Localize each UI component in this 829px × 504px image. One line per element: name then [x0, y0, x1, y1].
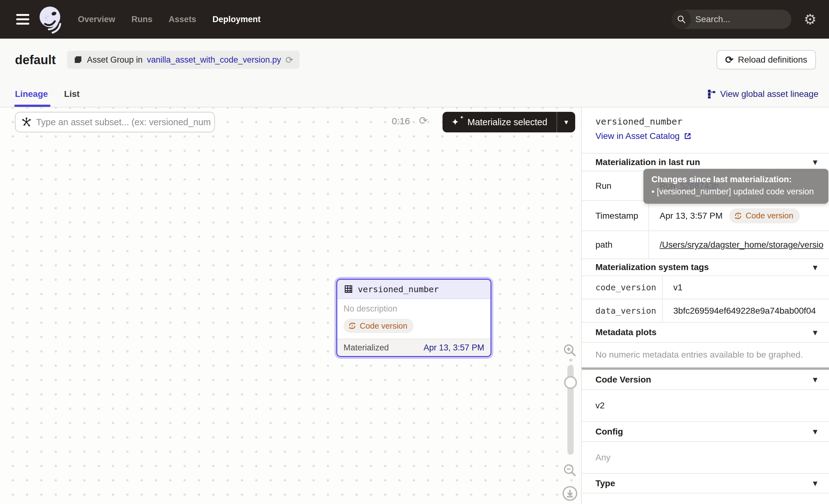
- path-row-label: path: [582, 231, 649, 258]
- nav-item-runs[interactable]: Runs: [132, 15, 153, 24]
- refresh-timer: 0:16: [392, 116, 410, 127]
- data-version-tag-row: data_version 3bfc269594ef649228e9a74bab0…: [582, 299, 829, 323]
- lineage-graph-icon: [707, 89, 716, 99]
- timestamp-row: Timestamp Apr 13, 3:57 PM ! Code version: [582, 201, 829, 231]
- section-code-version[interactable]: Code Version ▾: [582, 370, 829, 390]
- zoom-out-button[interactable]: [563, 463, 577, 477]
- panel-asset-title: versioned_number: [596, 116, 829, 127]
- op-selector-icon: [21, 117, 32, 128]
- reload-icon: ⟳: [725, 54, 734, 66]
- timestamp-code-version-tag[interactable]: ! Code version: [729, 208, 799, 223]
- code-version-sync-icon: !: [734, 212, 743, 220]
- asset-details-panel: versioned_number View in Asset Catalog M…: [581, 107, 829, 504]
- graph-refresh-icon[interactable]: ⟳: [419, 114, 428, 127]
- section-materialization-label: Materialization in last run: [596, 157, 700, 167]
- top-navigation-bar: Overview Runs Assets Deployment / ⚙: [0, 0, 829, 39]
- asset-group-chip: Asset Group in vanilla_asset_with_code_v…: [67, 51, 299, 69]
- code-version-tag[interactable]: ! Code version: [344, 319, 413, 333]
- code-version-definition-value: v2: [582, 390, 829, 422]
- config-value: Any: [582, 442, 829, 474]
- chevron-down-icon: ▾: [813, 375, 817, 384]
- section-config-label: Config: [596, 427, 623, 437]
- view-global-asset-lineage-label: View global asset lineage: [720, 89, 819, 99]
- chevron-down-icon: ▾: [813, 157, 817, 167]
- asset-node-description: No description: [344, 304, 484, 314]
- section-metadata-plots-label: Metadata plots: [596, 327, 656, 337]
- external-link-icon: [683, 132, 692, 141]
- metadata-plots-empty-note: No numeric metadata entries available to…: [582, 343, 829, 367]
- section-config[interactable]: Config ▾: [582, 422, 829, 442]
- zoom-in-button[interactable]: [563, 343, 577, 357]
- data-version-value: 3bfc269594ef649228e9a74bab00f04: [663, 299, 829, 322]
- code-version-value: v1: [663, 276, 829, 299]
- code-version-key: code_version: [582, 276, 663, 299]
- zoom-slider-top-dot: [569, 359, 572, 362]
- svg-text:!: !: [352, 324, 353, 328]
- view-global-asset-lineage-link[interactable]: View global asset lineage: [707, 89, 819, 99]
- tooltip-item: • [versioned_number] updated code versio…: [651, 186, 820, 198]
- chevron-down-icon: ▾: [813, 478, 817, 488]
- panel-title-block: versioned_number View in Asset Catalog: [582, 107, 829, 153]
- section-type-label: Type: [596, 478, 615, 489]
- materialized-status-label: Materialized: [344, 343, 389, 353]
- path-row: path /Users/sryza/dagster_home/storage/v…: [582, 231, 829, 259]
- global-search[interactable]: /: [672, 10, 791, 29]
- sparkle-icon: ✦ ✦: [452, 117, 463, 128]
- materialized-timestamp-link[interactable]: Apr 13, 3:57 PM: [424, 343, 484, 353]
- materialize-selected-label: Materialize selected: [467, 117, 547, 128]
- timestamp-row-label: Timestamp: [582, 201, 649, 230]
- tab-list[interactable]: List: [64, 81, 80, 107]
- materialize-selected-split-button: ✦ ✦ Materialize selected ▾: [442, 112, 575, 132]
- table-icon: [344, 284, 354, 294]
- code-version-tag-row: code_version v1: [582, 276, 829, 299]
- asset-graph-canvas[interactable]: 0:16 ⟳ ✦ ✦ Materialize selected ▾ versio…: [0, 107, 581, 504]
- asset-node-footer: Materialized Apr 13, 3:57 PM: [337, 338, 491, 356]
- asset-node-versioned-number[interactable]: versioned_number No description ! Cod: [336, 279, 492, 357]
- materialize-dropdown-caret[interactable]: ▾: [557, 112, 575, 132]
- section-system-tags-label: Materialization system tags: [596, 262, 709, 272]
- chip-refresh-icon[interactable]: ⟳: [285, 55, 293, 65]
- zoom-slider-handle[interactable]: [564, 376, 577, 389]
- asset-group-chip-text: Asset Group in: [87, 55, 143, 65]
- data-version-key: data_version: [582, 299, 663, 322]
- nav-right-cluster: / ⚙: [672, 10, 829, 29]
- chevron-down-icon: ▾: [813, 262, 817, 272]
- section-metadata-plots[interactable]: Metadata plots ▾: [582, 323, 829, 343]
- primary-nav-links: Overview Runs Assets Deployment: [78, 15, 261, 24]
- dagster-logo-icon[interactable]: [37, 4, 64, 34]
- section-divider: [582, 367, 829, 370]
- view-in-asset-catalog-link[interactable]: View in Asset Catalog: [596, 131, 829, 141]
- asset-subset-filter[interactable]: [15, 112, 215, 132]
- search-input[interactable]: [691, 14, 791, 24]
- page-header: default Asset Group in vanilla_asset_wit…: [0, 39, 829, 81]
- reload-definitions-button[interactable]: ⟳ Reload definitions: [717, 50, 816, 69]
- view-in-asset-catalog-label: View in Asset Catalog: [596, 131, 680, 141]
- path-value-link[interactable]: /Users/sryza/dagster_home/storage/versio: [659, 240, 823, 250]
- changes-since-materialization-tooltip: Changes since last materialization: • [v…: [643, 169, 828, 204]
- materialize-selected-button[interactable]: ✦ ✦ Materialize selected: [442, 112, 556, 132]
- code-version-tag-label: Code version: [360, 321, 407, 331]
- asset-group-file-link[interactable]: vanilla_asset_with_code_version.py: [147, 55, 281, 65]
- asset-subset-input[interactable]: [36, 117, 214, 128]
- section-system-tags[interactable]: Materialization system tags ▾: [582, 259, 829, 276]
- tab-strip: Lineage List View global asset lineage: [0, 81, 829, 107]
- section-type[interactable]: Type ▾: [582, 474, 829, 494]
- svg-text:!: !: [737, 213, 739, 218]
- hamburger-menu-icon[interactable]: [16, 14, 29, 25]
- chevron-down-icon: ▾: [813, 427, 817, 436]
- tooltip-title: Changes since last materialization:: [651, 174, 820, 186]
- reload-definitions-label: Reload definitions: [738, 55, 807, 65]
- gear-icon[interactable]: ⚙: [804, 12, 817, 27]
- asset-node-body: No description ! Code version: [337, 299, 491, 338]
- search-icon: [672, 10, 691, 29]
- asset-group-grid-icon: [73, 55, 82, 65]
- nav-item-deployment[interactable]: Deployment: [212, 15, 261, 24]
- tab-lineage[interactable]: Lineage: [15, 81, 48, 107]
- download-graph-button[interactable]: [562, 485, 578, 502]
- run-row-label: Run: [582, 171, 649, 200]
- section-code-version-label: Code Version: [596, 375, 651, 385]
- timestamp-value: Apr 13, 3:57 PM: [659, 211, 722, 221]
- chevron-down-icon: ▾: [813, 328, 817, 337]
- nav-item-assets[interactable]: Assets: [169, 15, 196, 24]
- nav-item-overview[interactable]: Overview: [78, 15, 115, 24]
